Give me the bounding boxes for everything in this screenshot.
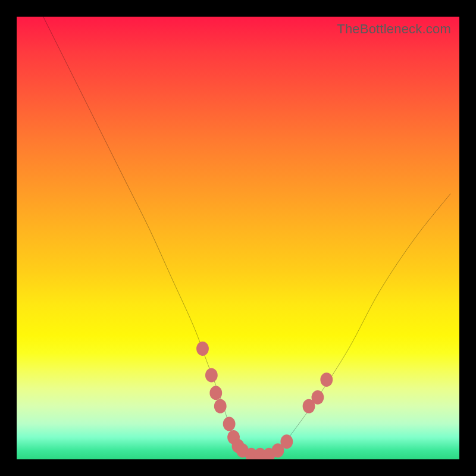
curve-marker [214,399,227,414]
bottleneck-curve-path [43,17,450,459]
curve-marker [196,342,209,356]
curve-marker [223,417,236,431]
chart-frame: TheBottleneck.com [0,0,476,476]
curve-marker [205,368,218,383]
curve-marker [280,434,293,449]
bottleneck-curve-svg [17,17,459,459]
curve-marker [209,386,222,400]
curve-marker [312,390,324,405]
curve-marker [320,372,333,387]
chart-plot-area: TheBottleneck.com [17,17,459,459]
curve-markers [196,342,333,459]
